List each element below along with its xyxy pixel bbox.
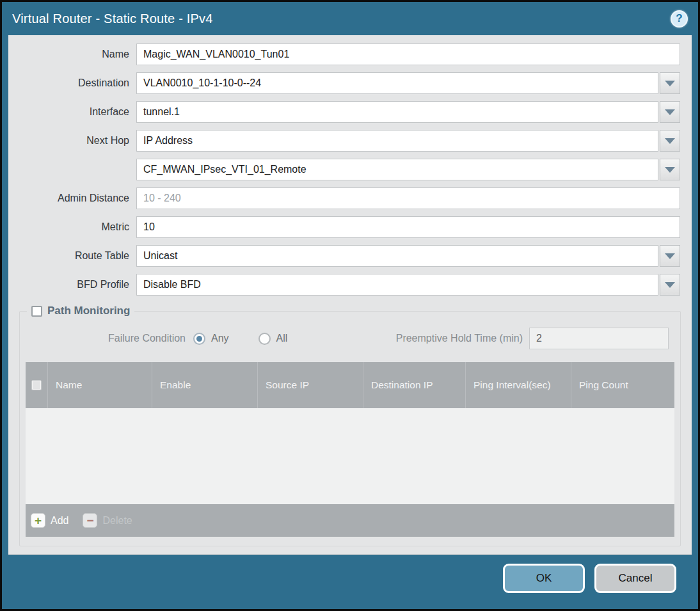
preemptive-hold-time-input[interactable] <box>529 328 669 349</box>
dialog-title: Virtual Router - Static Route - IPv4 <box>12 12 213 26</box>
admin-distance-input[interactable] <box>136 187 680 209</box>
failure-condition-label: Failure Condition <box>26 333 193 344</box>
path-monitoring-table: Name Enable Source IP Destination IP Pin… <box>26 362 674 537</box>
form-row-route-table: Route Table <box>8 245 680 267</box>
next-hop-label: Next Hop <box>8 135 136 147</box>
column-header-source-ip[interactable]: Source IP <box>257 362 363 408</box>
path-monitoring-section: Path Monitoring Failure Condition Any Al… <box>19 305 681 546</box>
chevron-down-icon <box>665 109 675 115</box>
static-route-dialog: Virtual Router - Static Route - IPv4 ? N… <box>0 0 700 611</box>
path-monitoring-controls: Failure Condition Any All Preemptive Hol… <box>26 328 674 349</box>
interface-dropdown-button[interactable] <box>660 101 680 123</box>
select-all-checkbox[interactable] <box>31 380 42 390</box>
column-header-destination-ip[interactable]: Destination IP <box>363 362 465 408</box>
failure-condition-all-label: All <box>276 333 288 344</box>
form-row-name: Name <box>8 44 680 65</box>
cancel-button[interactable]: Cancel <box>594 564 676 593</box>
delete-button[interactable]: − Delete <box>83 513 132 528</box>
destination-label: Destination <box>8 77 136 89</box>
failure-condition-any-radio[interactable]: Any <box>193 333 229 345</box>
preemptive-hold-time-label: Preemptive Hold Time (min) <box>396 333 529 344</box>
table-header-row: Name Enable Source IP Destination IP Pin… <box>26 362 674 408</box>
path-monitoring-legend: Path Monitoring <box>27 305 134 317</box>
destination-input[interactable] <box>136 72 658 94</box>
chevron-down-icon <box>665 138 675 144</box>
failure-condition-any-label: Any <box>211 333 229 344</box>
chevron-down-icon <box>665 282 675 288</box>
add-button[interactable]: + Add <box>31 513 68 528</box>
form-row-next-hop-address <box>8 159 680 180</box>
minus-icon: − <box>83 513 97 528</box>
column-header-ping-interval[interactable]: Ping Interval(sec) <box>465 362 571 408</box>
failure-condition-all-radio[interactable]: All <box>259 333 288 345</box>
form-row-metric: Metric <box>8 216 680 238</box>
form-row-destination: Destination <box>8 72 680 94</box>
metric-label: Metric <box>8 221 136 233</box>
delete-button-label: Delete <box>102 515 132 527</box>
route-table-label: Route Table <box>8 250 136 262</box>
radio-unselected-icon <box>259 333 271 345</box>
interface-input[interactable] <box>136 101 658 123</box>
table-body-empty <box>26 408 674 504</box>
help-icon[interactable]: ? <box>671 10 688 28</box>
add-button-label: Add <box>51 515 68 527</box>
bfd-profile-dropdown-button[interactable] <box>660 274 680 296</box>
next-hop-address-dropdown-button[interactable] <box>660 159 680 180</box>
column-header-name[interactable]: Name <box>47 362 152 408</box>
route-table-input[interactable] <box>136 245 658 267</box>
dialog-content: Name Destination Interface <box>8 35 692 555</box>
radio-selected-icon <box>193 333 205 345</box>
plus-icon: + <box>31 513 45 528</box>
next-hop-type-input[interactable] <box>136 130 658 152</box>
interface-label: Interface <box>8 106 136 118</box>
column-header-ping-count[interactable]: Ping Count <box>571 362 674 408</box>
form-row-interface: Interface <box>8 101 680 123</box>
next-hop-type-dropdown-button[interactable] <box>660 130 680 152</box>
chevron-down-icon <box>665 81 675 86</box>
metric-input[interactable] <box>136 216 680 238</box>
form-row-admin-distance: Admin Distance <box>8 187 680 209</box>
route-table-dropdown-button[interactable] <box>660 245 680 267</box>
next-hop-address-input[interactable] <box>136 159 658 180</box>
chevron-down-icon <box>665 253 675 259</box>
dialog-footer: OK Cancel <box>2 555 698 609</box>
table-footer-bar: + Add − Delete <box>26 504 674 537</box>
bfd-profile-label: BFD Profile <box>8 279 136 290</box>
destination-dropdown-button[interactable] <box>660 72 680 94</box>
bfd-profile-input[interactable] <box>136 274 658 296</box>
name-label: Name <box>8 49 136 60</box>
dialog-titlebar: Virtual Router - Static Route - IPv4 ? <box>2 2 698 35</box>
column-header-enable[interactable]: Enable <box>152 362 257 408</box>
ok-button[interactable]: OK <box>503 564 585 593</box>
form-row-next-hop: Next Hop <box>8 130 680 152</box>
path-monitoring-title: Path Monitoring <box>47 305 130 317</box>
path-monitoring-checkbox[interactable] <box>31 306 42 317</box>
chevron-down-icon <box>665 167 675 173</box>
form-row-bfd-profile: BFD Profile <box>8 274 680 296</box>
admin-distance-label: Admin Distance <box>8 193 136 204</box>
name-input[interactable] <box>136 44 680 65</box>
